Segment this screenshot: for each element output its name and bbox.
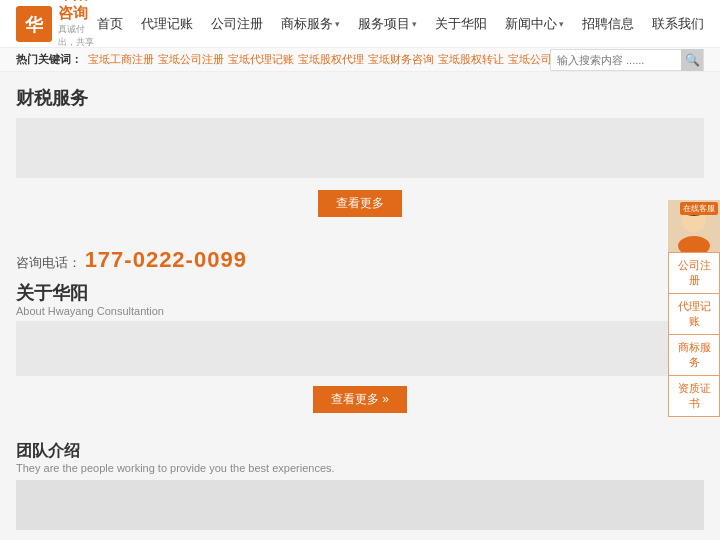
nav-item-招聘信息[interactable]: 招聘信息 [582,15,634,33]
logo-icon: 华 [16,6,52,42]
chevron-down-icon: ▾ [559,19,564,29]
logo-name: 华阳咨询 [58,0,97,23]
float-btn-资质证书[interactable]: 资质证书 [668,376,720,417]
about-section: 关于华阳 About Hwayang Consultantion 查看更多 » [16,277,704,433]
online-badge: 在线客服 [680,202,718,215]
hot-link[interactable]: 宝坻工商注册 [88,53,154,65]
nav-item-关于华阳[interactable]: 关于华阳 [435,15,487,33]
nav-item-公司注册[interactable]: 公司注册 [211,15,263,33]
team-title: 团队介绍 [16,441,704,462]
float-btn-代理记账[interactable]: 代理记账 [668,294,720,335]
search-box: 🔍 [550,49,704,71]
about-title: 关于华阳 [16,281,704,305]
nav-item-服务项目[interactable]: 服务项目 ▾ [358,15,417,33]
phone-label: 咨询电话： [16,255,81,270]
finance-view-more-button[interactable]: 查看更多 [318,190,402,217]
team-section: 团队介绍 They are the people working to prov… [16,433,704,540]
nav-item-商标服务[interactable]: 商标服务 ▾ [281,15,340,33]
nav-item-联系我们[interactable]: 联系我们 [652,15,704,33]
nav-item-代理记账[interactable]: 代理记账 [141,15,193,33]
about-banner [16,321,704,376]
chevron-down-icon: ▾ [412,19,417,29]
float-avatar: 在线客服 [668,200,720,252]
main-nav: 首页代理记账公司注册商标服务 ▾服务项目 ▾关于华阳新闻中心 ▾招聘信息联系我们 [97,15,704,33]
nav-item-新闻中心[interactable]: 新闻中心 ▾ [505,15,564,33]
phone-section: 咨询电话： 177-0222-0099 [16,239,704,277]
finance-title: 财税服务 [16,86,704,110]
about-view-more-button[interactable]: 查看更多 » [313,386,407,413]
finance-section: 财税服务 查看更多 [16,72,704,239]
search-input[interactable] [551,54,681,66]
main-content: 财税服务 查看更多 咨询电话： 177-0222-0099 关于华阳 About… [0,72,720,540]
search-button[interactable]: 🔍 [681,49,703,71]
hot-keywords-bar: 热门关键词： 宝坻工商注册宝坻公司注册宝坻代理记账宝坻股权代理宝坻财务咨询宝坻股… [0,48,720,72]
team-subtitle: They are the people working to provide y… [16,462,704,474]
hot-link[interactable]: 宝坻财务咨询 [368,53,434,65]
chevron-down-icon: ▾ [335,19,340,29]
float-btn-商标服务[interactable]: 商标服务 [668,335,720,376]
svg-text:华: 华 [24,15,44,35]
team-banner [16,480,704,530]
hot-keywords-label: 热门关键词： [16,52,82,67]
nav-item-首页[interactable]: 首页 [97,15,123,33]
hot-link[interactable]: 宝坻公司 [508,53,552,65]
hot-link[interactable]: 宝坻股权转让 [438,53,504,65]
finance-banner [16,118,704,178]
floating-sidebar: 在线客服 公司注册代理记账商标服务资质证书 [668,200,720,417]
phone-number: 177-0222-0099 [85,247,247,272]
hot-link[interactable]: 宝坻股权代理 [298,53,364,65]
header: 华 华阳咨询 真诚付出，共享多赢 首页代理记账公司注册商标服务 ▾服务项目 ▾关… [0,0,720,48]
about-subtitle: About Hwayang Consultantion [16,305,704,317]
hot-link[interactable]: 宝坻代理记账 [228,53,294,65]
hot-link[interactable]: 宝坻公司注册 [158,53,224,65]
float-buttons: 公司注册代理记账商标服务资质证书 [668,252,720,417]
float-btn-公司注册[interactable]: 公司注册 [668,252,720,294]
